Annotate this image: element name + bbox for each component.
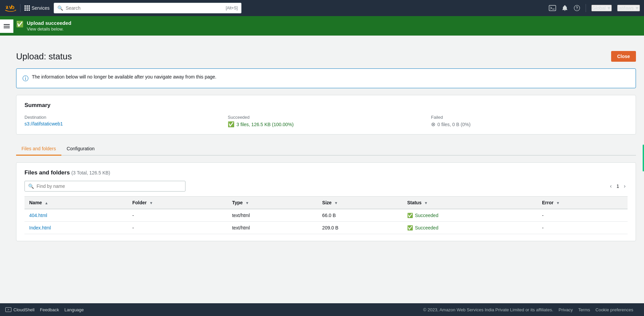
filter-input-wrapper[interactable]: 🔍 [24, 181, 185, 192]
search-icon: 🔍 [57, 5, 63, 11]
col-folder: Folder ▼ [128, 197, 227, 209]
search-shortcut: [Alt+S] [226, 6, 238, 10]
scroll-indicator [643, 145, 644, 171]
info-box-text: The information below will no longer be … [32, 74, 216, 80]
notifications-icon-btn[interactable] [561, 5, 568, 11]
error-sort-icon: ▼ [556, 201, 560, 205]
nav-right: Global ▼ latifaws ▼ [549, 4, 640, 12]
filter-search-icon: 🔍 [28, 183, 34, 189]
tab-files-folders[interactable]: Files and folders [16, 143, 61, 156]
info-box: ⓘ The information below will no longer b… [16, 68, 636, 88]
cell-size: 209.0 B [318, 222, 402, 234]
nav-divider-2 [586, 4, 586, 12]
cloudshell-label: CloudShell [13, 307, 35, 312]
filter-input[interactable] [37, 183, 182, 189]
cloudshell-icon-btn[interactable] [549, 5, 556, 11]
page-number: 1 [616, 183, 619, 189]
files-folders-section: Files and folders (3 Total, 126.5 KB) //… [16, 162, 636, 241]
svg-rect-0 [549, 5, 556, 11]
search-input[interactable] [66, 5, 223, 11]
summary-succeeded: Succeeded ✅ 3 files, 126.5 KB (100.00%) [228, 115, 424, 127]
success-banner: ✅ Upload succeeded View details below. [0, 16, 644, 36]
table-body: 404.html - text/html 66.0 B ✅ Succeeded … [24, 209, 628, 234]
cell-error: - [537, 209, 628, 222]
cell-type: text/html [227, 222, 318, 234]
cell-name: 404.html [24, 209, 128, 222]
main-content: Upload: status Close ⓘ The information b… [0, 43, 644, 316]
success-subtitle: View details below. [27, 27, 71, 32]
file-link[interactable]: 404.html [29, 213, 47, 218]
size-sort-icon: ▼ [334, 201, 338, 205]
tabs: Files and folders Configuration [16, 143, 636, 156]
nav-divider [20, 4, 20, 12]
file-link[interactable]: Index.html [29, 225, 51, 230]
summary-title: Summary [24, 102, 628, 109]
col-type: Type ▼ [227, 197, 318, 209]
sidebar-toggle[interactable] [0, 19, 13, 33]
succeeded-value: 3 files, 126.5 KB (100.00%) [236, 122, 293, 127]
status-success: ✅ Succeeded [407, 225, 533, 230]
status-success: ✅ Succeeded [407, 213, 533, 218]
region-selector[interactable]: Global ▼ [591, 5, 612, 11]
terminal-icon: > [5, 307, 11, 312]
tab-configuration[interactable]: Configuration [61, 143, 100, 156]
success-banner-text: Upload succeeded View details below. [27, 20, 71, 32]
page-title: Upload: status [16, 51, 72, 62]
files-section-title: Files and folders (3 Total, 126.5 KB) //… [24, 169, 628, 176]
bottom-navigation: > CloudShell Feedback Language © 2023, A… [0, 303, 644, 316]
svg-point-3 [577, 9, 577, 10]
user-label: latifaws [618, 5, 634, 11]
copyright-text: © 2023, Amazon Web Services India Privat… [423, 307, 553, 312]
bottom-right: © 2023, Amazon Web Services India Privat… [423, 307, 639, 312]
page-header: Upload: status Close [16, 51, 636, 62]
failed-value: 0 files, 0 B (0%) [437, 122, 471, 127]
user-chevron: ▼ [635, 5, 639, 11]
name-sort-icon: ▲ [45, 201, 48, 205]
status-check-icon: ✅ [407, 225, 413, 230]
summary-failed: Failed ⊗ 0 files, 0 B (0%) [431, 115, 628, 127]
col-error: Error ▼ [537, 197, 628, 209]
user-menu[interactable]: latifaws ▼ [617, 5, 640, 11]
cell-error: - [537, 222, 628, 234]
files-table: Name ▲ Folder ▼ Type ▼ Size ▼ Status ▼ E… [24, 196, 628, 234]
prev-page-button[interactable]: ‹ [608, 182, 614, 191]
feedback-button[interactable]: Feedback [40, 307, 59, 312]
failed-label: Failed [431, 115, 628, 120]
type-sort-icon: ▼ [245, 201, 249, 205]
col-name: Name ▲ [24, 197, 128, 209]
success-check-icon: ✅ [16, 20, 23, 28]
cell-size: 66.0 B [318, 209, 402, 222]
cell-folder: - [128, 209, 227, 222]
table-header-row: Name ▲ Folder ▼ Type ▼ Size ▼ Status ▼ E… [24, 197, 628, 209]
folder-sort-icon: ▼ [149, 201, 153, 205]
search-bar[interactable]: 🔍 [Alt+S] [54, 3, 241, 13]
region-label: Global [592, 5, 605, 11]
table-row: 404.html - text/html 66.0 B ✅ Succeeded … [24, 209, 628, 222]
search-row: 🔍 ‹ 1 › [24, 181, 628, 192]
aws-logo[interactable] [4, 2, 16, 14]
region-chevron: ▼ [607, 5, 611, 11]
cloudshell-button[interactable]: > CloudShell [5, 307, 35, 312]
files-count-info: (3 Total, 126.5 KB) [71, 170, 110, 175]
feedback-label: Feedback [40, 307, 59, 312]
cell-folder: - [128, 222, 227, 234]
succeeded-status: ✅ 3 files, 126.5 KB (100.00%) [228, 121, 424, 127]
privacy-link[interactable]: Privacy [558, 307, 573, 312]
language-button[interactable]: Language [64, 307, 84, 312]
terms-link[interactable]: Terms [578, 307, 590, 312]
help-icon-btn[interactable] [574, 5, 580, 11]
info-icon: ⓘ [22, 74, 29, 83]
files-title-label: Files and folders [24, 169, 70, 176]
services-button[interactable]: Services [24, 5, 50, 11]
next-page-button[interactable]: › [622, 182, 628, 191]
succeeded-label: Succeeded [228, 115, 424, 120]
table-header: Name ▲ Folder ▼ Type ▼ Size ▼ Status ▼ E… [24, 197, 628, 209]
services-label: Services [32, 5, 50, 11]
table-row: Index.html - text/html 209.0 B ✅ Succeed… [24, 222, 628, 234]
failed-status: ⊗ 0 files, 0 B (0%) [431, 121, 628, 127]
destination-link[interactable]: s3://latifstaticweb1 [24, 121, 63, 126]
col-status: Status ▼ [402, 197, 537, 209]
close-button[interactable]: Close [611, 51, 636, 62]
cell-type: text/html [227, 209, 318, 222]
cookie-link[interactable]: Cookie preferences [595, 307, 633, 312]
